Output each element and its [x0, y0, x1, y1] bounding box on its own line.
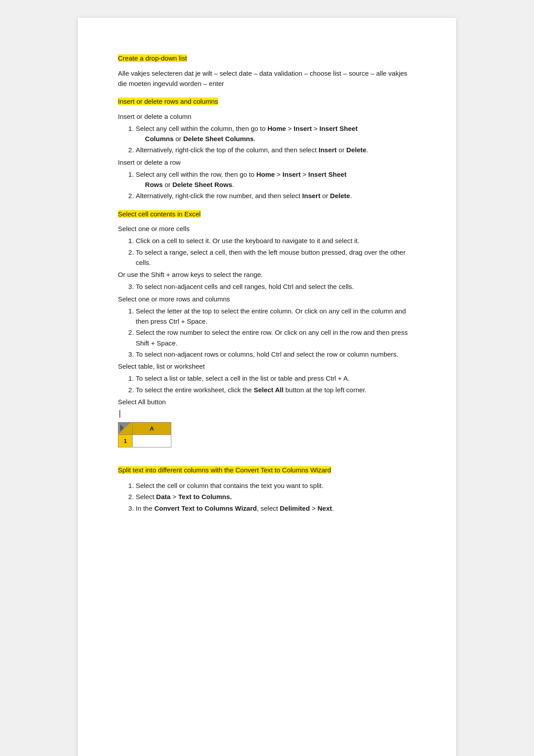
rows-steps-list: Select the letter at the top to select t… — [136, 306, 416, 359]
table-steps-list: To select a list or table, select a cell… — [136, 373, 416, 395]
dropdown-section: Create a drop-down list Alle vakjes sele… — [118, 53, 416, 89]
column-step-1: Select any cell within the column, then … — [136, 123, 416, 144]
column-steps-list: Select any cell within the column, then … — [136, 123, 416, 155]
split-step-2: Select Data > Text to Columns. — [136, 492, 416, 502]
rows-step-3: To select non-adjacent rows or columns, … — [136, 349, 416, 359]
split-text-heading: Split text into different columns with t… — [118, 465, 416, 476]
select-cells-heading-text: Select cell contents in Excel — [118, 210, 201, 218]
dropdown-body: Alle vakjes selecteren dat je wilt – sel… — [118, 68, 416, 89]
rows-step-1: Select the letter at the top to select t… — [136, 306, 416, 327]
svg-marker-0 — [118, 423, 131, 434]
row-step-2: Alternatively, right-click the row numbe… — [136, 191, 416, 201]
table-step-2: To select the entire worksheet, click th… — [136, 385, 416, 395]
excel-table: A 1 — [118, 422, 171, 447]
split-text-steps-list: Select the cell or column that contains … — [136, 480, 416, 513]
select-cells-heading: Select cell contents in Excel — [118, 209, 416, 219]
excel-header-row: A — [118, 422, 171, 435]
excel-diagram: A 1 — [118, 422, 416, 447]
cells-step-3: To select non-adjacent cells and cell ra… — [136, 281, 416, 292]
column-step-2: Alternatively, right-click the top of th… — [136, 145, 416, 155]
dropdown-heading-text: Create a drop-down list — [118, 54, 187, 62]
table-intro-label: Select table, list or worksheet — [118, 361, 416, 371]
arrow-indicator: | — [119, 409, 416, 419]
shift-note: Or use the Shift + arrow keys to select … — [118, 269, 416, 280]
page: Create a drop-down list Alle vakjes sele… — [78, 18, 456, 756]
split-step-1: Select the cell or column that contains … — [136, 480, 416, 491]
excel-corner-cell — [118, 422, 133, 435]
split-text-section: Split text into different columns with t… — [118, 465, 416, 513]
dropdown-heading: Create a drop-down list — [118, 53, 416, 64]
split-step-3: In the Convert Text to Columns Wizard, s… — [136, 503, 416, 513]
insert-delete-heading: Insert or delete rows and columns — [118, 97, 416, 107]
excel-row-num: 1 — [118, 435, 133, 447]
cells-steps-list: Click on a cell to select it. Or use the… — [136, 236, 416, 268]
row-steps-list: Select any cell within the row, then go … — [136, 169, 416, 201]
cells-step-2: To select a range, select a cell, then w… — [136, 247, 416, 268]
excel-col-a-header: A — [133, 422, 171, 435]
table-step-1: To select a list or table, select a cell… — [136, 373, 416, 383]
insert-delete-heading-text: Insert or delete rows and columns — [118, 98, 218, 105]
one-or-more-rows-label: Select one or more rows and columns — [118, 294, 416, 304]
cells-step3-list: To select non-adjacent cells and cell ra… — [136, 281, 416, 292]
excel-data-row: 1 — [118, 435, 171, 447]
cells-step-1: Click on a cell to select it. Or use the… — [136, 236, 416, 246]
column-intro: Insert or delete a column — [118, 111, 416, 122]
one-or-more-cells-label: Select one or more cells — [118, 224, 416, 234]
rows-step-2: Select the row number to select the enti… — [136, 327, 416, 348]
select-all-label: Select All button — [118, 397, 416, 407]
insert-delete-section: Insert or delete rows and columns Insert… — [118, 97, 416, 201]
select-cells-section: Select cell contents in Excel Select one… — [118, 209, 416, 447]
row-intro: Insert or delete a row — [118, 157, 416, 167]
split-text-heading-text: Split text into different columns with t… — [118, 466, 331, 474]
excel-data-cell — [133, 435, 171, 447]
row-step-1: Select any cell within the row, then go … — [136, 169, 416, 190]
